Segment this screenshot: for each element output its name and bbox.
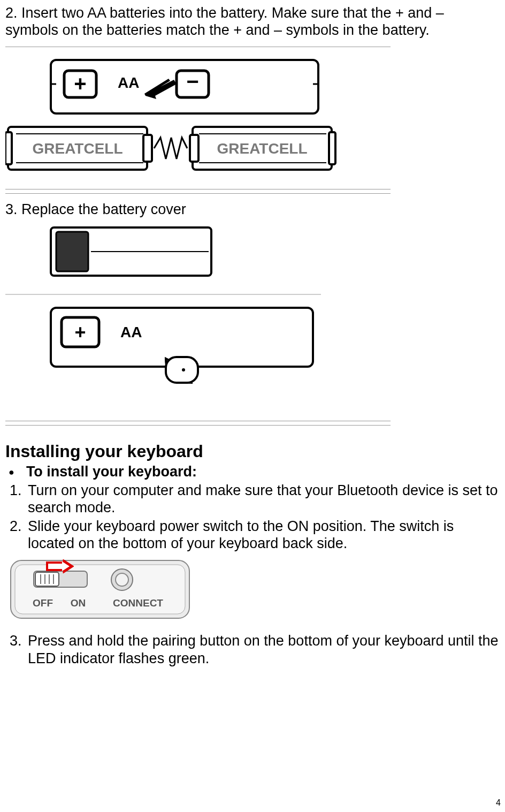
svg-text:CONNECT: CONNECT — [113, 597, 163, 609]
svg-text:+: + — [74, 321, 86, 343]
svg-text:GREATCELL: GREATCELL — [217, 140, 307, 157]
svg-point-30 — [182, 368, 185, 371]
svg-point-44 — [116, 573, 128, 586]
bullet-icon: ● — [9, 464, 14, 481]
install-bullet-label: To install your keyboard: — [26, 464, 197, 480]
svg-rect-16 — [190, 135, 198, 162]
svg-rect-34 — [35, 572, 59, 586]
step3-instruction: 3. Replace the battery cover — [5, 201, 500, 218]
svg-text:+: + — [74, 72, 86, 95]
power-switch-illustration: OFF ON CONNECT — [10, 559, 500, 625]
divider — [5, 189, 391, 189]
svg-rect-17 — [329, 132, 335, 164]
divider — [5, 193, 391, 194]
svg-text:AA: AA — [118, 74, 139, 91]
cover-replace-illustration: + AA — [5, 222, 500, 413]
divider — [5, 425, 391, 426]
svg-text:ON: ON — [71, 597, 86, 609]
svg-text:−: − — [186, 70, 198, 93]
battery-insert-illustration: + AA − GREATCELL GREATCELL — [5, 55, 500, 181]
divider — [5, 421, 391, 421]
install-step-2: Slide your keyboard power switch to the … — [26, 518, 500, 552]
svg-text:OFF: OFF — [33, 597, 53, 609]
install-steps-list-cont: Press and hold the pairing button on the… — [26, 632, 500, 667]
install-steps-list: Turn on your computer and make sure that… — [26, 482, 500, 552]
svg-rect-41 — [48, 564, 62, 569]
svg-rect-10 — [5, 132, 12, 164]
divider — [5, 47, 391, 47]
page-number: 4 — [496, 798, 501, 808]
svg-text:AA: AA — [120, 324, 142, 340]
installing-keyboard-heading: Installing your keyboard — [5, 442, 500, 461]
step2-instruction: 2. Insert two AA batteries into the batt… — [5, 4, 500, 39]
svg-text:GREATCELL: GREATCELL — [32, 140, 123, 157]
svg-rect-22 — [56, 232, 88, 271]
install-step-1: Turn on your computer and make sure that… — [26, 482, 500, 517]
install-bullet-row: ● To install your keyboard: — [9, 464, 500, 481]
install-step-3: Press and hold the pairing button on the… — [26, 632, 500, 667]
svg-rect-11 — [143, 135, 152, 162]
